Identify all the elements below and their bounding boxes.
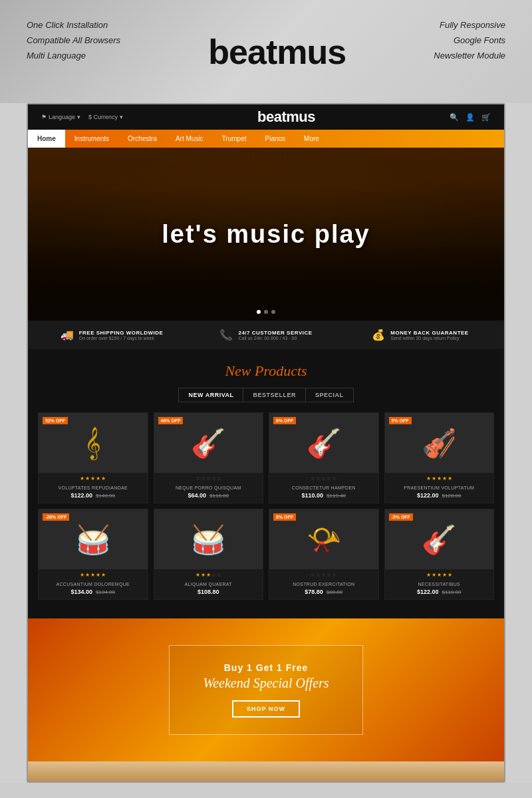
shipping-text: FREE SHIPPING WORLDWIDE On order over $1… [79,330,164,340]
star: ★ [196,572,200,578]
product-stars-6: ★ ★ ★ ☆ ☆ [154,569,263,579]
nav-item-instruments[interactable]: Instruments [65,130,118,148]
star: ★ [90,572,95,578]
product-prices-8: $122.00 $110.00 [389,589,490,595]
product-icon-3: 🎸 [307,427,341,460]
hero-dot-2[interactable] [264,310,268,314]
product-card-4[interactable]: 5% OFF 🎻 ★ ★ ★ ★ ★ PRAESENTIUM VOLUPTATU… [384,412,495,503]
moneyback-sub: Send within 30 days return Policy [390,336,468,340]
product-prices-6: $108.80 [158,589,259,595]
language-dropdown[interactable]: ⚑ Language ▾ [41,114,80,120]
star: ★ [201,572,205,578]
nav-item-artmusic[interactable]: Art Music [166,130,213,148]
product-info-4: PRAESENTIUM VOLUPTATUM $122.00 $128.00 [385,483,494,503]
star: ☆ [211,475,216,481]
promo-box: Buy 1 Get 1 Free Weekend Special Offers … [169,645,362,735]
shop-now-button[interactable]: SHOP NOW [232,700,300,718]
star: ☆ [217,572,221,578]
product-card-3[interactable]: 8% OFF 🎸 ☆ ☆ ☆ ☆ ☆ CONSECTETUR HAMPDEN [269,412,379,503]
outer-wrapper: One Click Installation Compatible All Br… [0,0,532,783]
product-card-2[interactable]: 46% OFF 🎸 ☆ ☆ ☆ ☆ ☆ NEQUE PORRO QUISQUAM [154,412,264,503]
star: ☆ [327,572,331,578]
cart-icon[interactable]: 🛒 [481,113,491,122]
shipping-title: FREE SHIPPING WORLDWIDE [79,330,164,336]
product-card-7[interactable]: 8% OFF 📯 ☆ ☆ ☆ ☆ ☆ NOSTRUD EXERCITATION [269,509,379,600]
product-prices-7: $78.80 $88.80 [273,589,374,595]
nav-item-orchestra[interactable]: Orchestra [118,130,166,148]
star: ☆ [321,475,326,481]
star: ☆ [332,475,336,481]
feature-compatible: Compatible All Browsers [27,35,120,45]
star: ★ [206,572,211,578]
top-brand: beatmus [120,13,434,90]
price-current-7: $78.80 [305,589,323,595]
star: ★ [80,475,84,481]
support-sub: Call us 24h: 00 800 / 43 - 00 [238,336,312,340]
feature-strip: 🚚 FREE SHIPPING WORLDWIDE On order over … [28,321,504,349]
hero-dot-3[interactable] [271,310,275,314]
product-card-6[interactable]: 🥁 ★ ★ ★ ☆ ☆ ALIQUAM QUAERAT $108.80 [154,509,264,600]
nav-item-trumpet[interactable]: Trumpet [213,130,256,148]
product-card-1[interactable]: 52% OFF 𝄞 ★ ★ ★ ★ ★ VOLUPTATES REPUDIAND… [38,412,148,503]
tab-special[interactable]: SPECIAL [306,388,353,402]
product-info-2: NEQUE PORRO QUISQUAM $64.00 $118.00 [154,483,263,503]
star: ★ [80,572,84,578]
top-right-features: Fully Responsive Google Fonts Newsletter… [434,13,505,90]
product-info-8: NECESSITATIBUS $122.00 $110.00 [385,579,494,599]
product-icon-8: 🎸 [422,523,456,556]
star: ☆ [327,475,331,481]
moneyback-icon: 💰 [372,329,385,341]
star: ☆ [316,572,321,578]
price-old-5: $134.00 [96,589,115,595]
nav-item-pianos[interactable]: Pianos [256,130,295,148]
products-section: New Products NEW ARRIVAL BESTSELLER SPEC… [28,349,504,618]
search-icon[interactable]: 🔍 [450,113,459,122]
product-name-5: ACCUSANTIUM DOLOREMQUE [43,582,144,587]
moneyback-text: MONEY BACK GUARANTEE Send within 30 days… [390,330,468,340]
star: ☆ [196,475,200,481]
product-card-5[interactable]: -26% OFF 🥁 ★ ★ ★ ★ ★ ACCUSANTIUM DOLOREM… [38,509,148,600]
star: ★ [448,475,452,481]
price-old-3: $119.40 [327,493,346,499]
nav-item-more[interactable]: More [295,130,329,148]
product-icon-5: 🥁 [76,523,110,556]
brand-logo: beatmus [208,32,346,72]
price-current-3: $110.00 [302,492,324,499]
product-stars-1: ★ ★ ★ ★ ★ [39,473,148,483]
hero-dots [257,310,275,314]
product-name-2: NEQUE PORRO QUISQUAM [158,485,259,490]
hero-dot-1[interactable] [257,310,261,314]
tab-new-arrival[interactable]: NEW ARRIVAL [179,388,243,402]
star: ★ [101,572,106,578]
product-info-5: ACCUSANTIUM DOLOREMQUE $134.00 $134.00 [39,579,148,599]
tab-bestseller[interactable]: BESTSELLER [243,388,306,402]
star: ★ [442,475,447,481]
product-name-1: VOLUPTATES REPUDIANDAE [43,485,144,490]
star: ★ [432,572,436,578]
discount-badge-5: -26% OFF [43,513,69,521]
product-card-8[interactable]: -5% OFF 🎸 ★ ★ ★ ★ ★ NECESSITATIBUS [384,509,495,600]
product-img-6: 🥁 [154,509,263,569]
mockup-frame: ⚑ Language ▾ $ Currency ▾ beatmus 🔍 👤 🛒 … [27,103,505,783]
store-topbar-left: ⚑ Language ▾ $ Currency ▾ [41,114,123,120]
account-icon[interactable]: 👤 [466,113,475,122]
product-info-7: NOSTRUD EXERCITATION $78.80 $88.80 [269,579,378,599]
feature-shipping: 🚚 FREE SHIPPING WORLDWIDE On order over … [35,329,189,341]
star: ☆ [211,572,216,578]
star: ★ [426,572,431,578]
nav-item-home[interactable]: Home [28,130,65,148]
product-info-1: VOLUPTATES REPUDIANDAE $122.00 $140.00 [39,483,148,503]
top-left-features: One Click Installation Compatible All Br… [27,13,120,90]
currency-dropdown[interactable]: $ Currency ▾ [88,114,123,120]
star: ☆ [201,475,205,481]
product-grid-row1: 52% OFF 𝄞 ★ ★ ★ ★ ★ VOLUPTATES REPUDIAND… [38,412,494,503]
feature-newsletter: Newsletter Module [434,51,505,61]
product-info-3: CONSECTETUR HAMPDEN $110.00 $119.40 [269,483,378,503]
product-info-6: ALIQUAM QUAERAT $108.80 [154,579,263,599]
price-current-4: $122.00 [417,492,439,499]
bottom-area [28,761,504,781]
product-tabs: NEW ARRIVAL BESTSELLER SPECIAL [178,388,353,402]
hero-text: let's music play [162,220,370,249]
product-stars-4: ★ ★ ★ ★ ★ [385,473,494,483]
product-name-3: CONSECTETUR HAMPDEN [273,485,374,490]
